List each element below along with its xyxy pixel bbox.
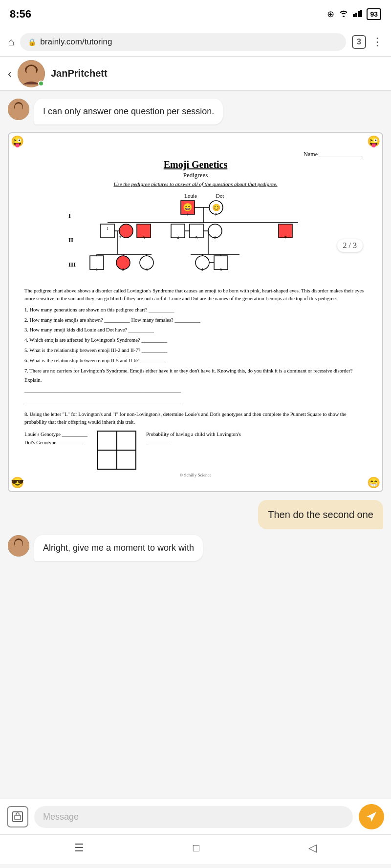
svg-rect-70	[15, 815, 21, 820]
svg-text:Dot: Dot	[216, 193, 224, 199]
bluetooth-icon: ⊕	[327, 9, 334, 20]
status-bar: 8:56 ⊕ 93	[0, 0, 391, 27]
svg-text:7: 7	[284, 236, 286, 240]
url-bar[interactable]: 🔒 brainly.com/tutoring	[20, 33, 346, 51]
home-button[interactable]: ⌂	[8, 36, 14, 48]
chat-header: ‹ JanPritchett	[0, 57, 391, 91]
genotype-labels: Louie's Genotype __________ Dot's Genoty…	[24, 431, 87, 447]
svg-rect-3	[360, 10, 362, 17]
ws-subtitle: Pedigrees	[24, 171, 367, 179]
signal-icon	[353, 9, 363, 20]
tutor-name: JanPritchett	[51, 68, 108, 79]
outgoing-message-1: Then do the second one	[8, 500, 383, 529]
battery-indicator: 93	[367, 8, 381, 20]
message-input[interactable]: Message	[34, 806, 353, 828]
svg-text:3: 3	[146, 268, 148, 272]
browser-bar: ⌂ 🔒 brainly.com/tutoring 3 ⋮	[0, 27, 391, 57]
svg-rect-69	[13, 812, 22, 822]
svg-text:4: 4	[177, 236, 179, 240]
svg-text:III: III	[68, 261, 76, 268]
svg-text:😄: 😄	[183, 203, 193, 212]
pedigree-chart: Louie Dot I II III 😄 1	[24, 191, 367, 286]
svg-text:6: 6	[214, 236, 216, 240]
question-7: 7. There are no carriers for Lovington's…	[24, 367, 367, 385]
ws-instruction: Use the pedigree pictures to answer all …	[24, 181, 367, 187]
worksheet-message: 😜 😜 😎 😁 Name_______________ Emoji Geneti…	[8, 130, 383, 494]
corner-emoji-bl: 😎	[11, 476, 24, 489]
incoming-message-2: Alright, give me a moment to work with	[8, 535, 346, 561]
ws-question-8-text: 8. Using the letter "L" for Lovington's …	[24, 411, 367, 470]
punnett-cell-3	[98, 450, 117, 469]
punnett-cell-4	[117, 450, 136, 469]
punnett-square	[97, 431, 136, 470]
online-indicator	[38, 81, 44, 86]
svg-text:1: 1	[107, 227, 109, 231]
status-icons: ⊕ 93	[327, 8, 381, 20]
chat-area: I can only answer one question per sessi…	[0, 91, 391, 799]
probability-label: Probability of having a child with Lovin…	[146, 431, 241, 447]
status-time: 8:56	[10, 8, 31, 21]
svg-rect-0	[353, 14, 355, 17]
question-5: 5. What is the relationship between emoj…	[24, 346, 367, 355]
punnett-cell-1	[98, 431, 117, 450]
question-2: 2. How many male emojis are shown? _____…	[24, 316, 367, 325]
tutor-avatar-small	[8, 99, 29, 120]
incoming-bubble-2: Alright, give me a moment to work with	[34, 535, 203, 561]
tutor-avatar-container	[18, 60, 45, 87]
svg-text:Louie: Louie	[184, 193, 197, 199]
question-4: 4. Which emojis are affected by Lovingto…	[24, 336, 367, 345]
svg-text:2: 2	[215, 212, 217, 217]
ws-copyright: © Schilly Science	[24, 473, 367, 477]
svg-text:1: 1	[187, 212, 189, 217]
tab-button[interactable]: 3	[352, 35, 366, 49]
tutor-avatar-small-2	[8, 535, 29, 557]
ws-title: Emoji Genetics	[24, 159, 367, 170]
ws-name-line: Name_______________	[24, 151, 367, 158]
question-3: 3. How many emoji kids did Louie and Dot…	[24, 326, 367, 335]
svg-text:2: 2	[122, 268, 124, 272]
svg-text:😊: 😊	[212, 204, 221, 212]
wifi-icon	[338, 9, 349, 20]
outgoing-bubble-1: Then do the second one	[258, 500, 383, 529]
menu-button[interactable]: ⋮	[372, 36, 383, 48]
send-button[interactable]	[359, 804, 384, 829]
svg-point-12	[13, 108, 24, 116]
home-nav[interactable]: □	[193, 842, 199, 854]
svg-text:3: 3	[143, 236, 145, 240]
question-1: 1. How many generations are shown on thi…	[24, 306, 367, 315]
question-6: 6. What is the relationship between emoj…	[24, 356, 367, 366]
corner-emoji-tr: 😜	[367, 135, 380, 148]
svg-text:II: II	[68, 236, 73, 244]
corner-emoji-tl: 😜	[11, 135, 24, 148]
page-indicator: 2 / 3	[337, 239, 363, 252]
svg-text:5: 5	[220, 268, 222, 272]
back-nav[interactable]: ◁	[308, 842, 317, 854]
svg-point-68	[13, 545, 24, 553]
svg-text:I: I	[68, 212, 71, 219]
hamburger-nav[interactable]: ☰	[74, 842, 84, 854]
url-text: brainly.com/tutoring	[40, 37, 112, 47]
ws-description: The pedigree chart above shows a disorde…	[24, 287, 367, 303]
svg-rect-1	[355, 13, 357, 17]
lock-icon: 🔒	[28, 38, 36, 46]
home-bar: ☰ □ ◁	[0, 834, 391, 864]
svg-point-8	[24, 72, 39, 82]
svg-text:4: 4	[201, 268, 203, 272]
corner-emoji-br: 😁	[367, 476, 380, 489]
input-bar: Message	[0, 799, 391, 834]
svg-text:2: 2	[119, 236, 121, 240]
svg-rect-2	[358, 11, 360, 17]
punnett-section: Louie's Genotype __________ Dot's Genoty…	[24, 431, 367, 470]
back-button[interactable]: ‹	[8, 67, 12, 81]
attach-button[interactable]	[7, 806, 28, 827]
ws-questions: 1. How many generations are shown on thi…	[24, 306, 367, 407]
svg-text:1: 1	[96, 268, 98, 272]
worksheet-container: 😜 😜 😎 😁 Name_______________ Emoji Geneti…	[8, 132, 383, 492]
svg-point-30	[119, 224, 133, 238]
punnett-cell-2	[117, 431, 136, 450]
incoming-message-1: I can only answer one question per sessi…	[8, 99, 346, 124]
incoming-bubble-1: I can only answer one question per sessi…	[34, 99, 223, 124]
svg-text:5: 5	[196, 236, 197, 240]
